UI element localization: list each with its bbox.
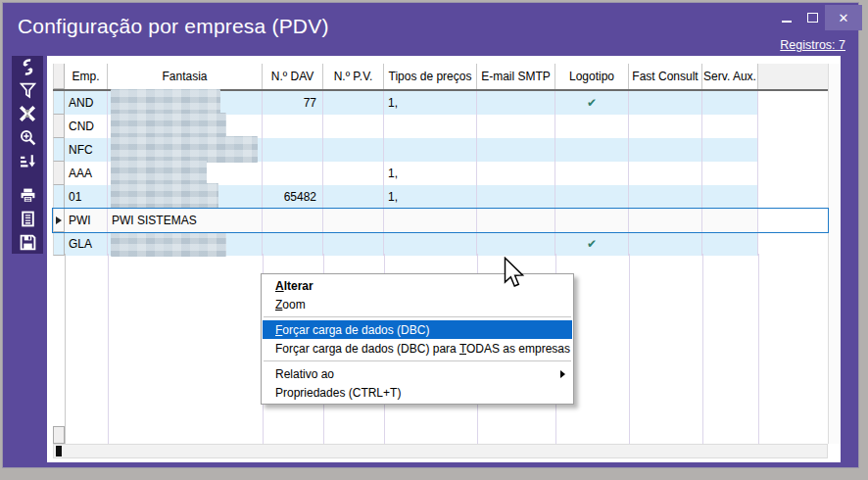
cell-fast-consult [629, 162, 702, 185]
cell-tipos-precos [384, 115, 477, 138]
print-icon-button[interactable] [16, 184, 39, 208]
column-header-4[interactable]: N.º P.V. [323, 64, 384, 89]
cell-fantasia [108, 138, 263, 162]
horizontal-scrollbar-thumb[interactable] [56, 446, 62, 456]
cell-tipos-precos [384, 138, 477, 162]
cell-filler [758, 232, 828, 256]
column-header-8[interactable]: Fast Consult [629, 64, 702, 89]
menu-item-label: Propriedades (CTRL+T) [275, 386, 401, 400]
column-header-5[interactable]: Tipos de preços [384, 64, 477, 89]
cell-serv-aux [702, 185, 758, 209]
menu-item-1[interactable]: Zoom [262, 295, 573, 313]
cell-fantasia [108, 115, 263, 138]
save-icon [20, 234, 36, 251]
save-icon-button[interactable] [16, 230, 39, 254]
menu-separator [264, 316, 571, 317]
window-title: Configuração por empresa (PDV) [18, 15, 329, 38]
cell-tipos-precos: 1, [384, 91, 477, 115]
cell-emp: AND [65, 91, 108, 115]
cell-tipos-precos [384, 232, 477, 256]
report-icon [20, 211, 36, 227]
minimize-button[interactable] [774, 5, 799, 30]
column-header-7[interactable]: Logotipo [555, 64, 629, 89]
content-area: Emp.FantasiaN.º DAVN.º P.V.Tipos de preç… [47, 56, 841, 462]
table-row-01[interactable]: 01654821, [53, 185, 828, 209]
refresh-icon [20, 59, 36, 75]
table-row-AND[interactable]: AND771,✔ [53, 91, 828, 115]
print-icon [20, 187, 36, 204]
censored-text-block [111, 183, 218, 210]
censored-text-block [111, 89, 220, 116]
checkmark-icon: ✔ [587, 237, 597, 251]
cell-logotipo [555, 209, 629, 232]
cell-logotipo [555, 162, 629, 185]
menu-item-0[interactable]: Alterar [262, 276, 573, 295]
table-row-GLA[interactable]: GLA✔ [53, 232, 828, 256]
close-button[interactable]: ✕ [825, 5, 862, 30]
cell-logotipo: ✔ [555, 91, 629, 115]
cell-fantasia [108, 185, 263, 209]
censored-text-block [111, 136, 258, 163]
table-row-CND[interactable]: CND [53, 115, 828, 138]
cell-fast-consult [629, 232, 702, 256]
cell-n-dav [263, 209, 323, 232]
cell-fantasia: PWI SISTEMAS [108, 209, 263, 232]
menu-item-label: Relativo ao [275, 367, 334, 381]
cell-fast-consult [629, 185, 702, 209]
maximize-icon [807, 13, 818, 23]
censored-text-block [111, 160, 207, 186]
cell-emp: GLA [65, 232, 108, 256]
cell-n-dav [263, 162, 323, 185]
grid-column-line [629, 254, 630, 444]
cell-fast-consult [629, 91, 702, 115]
cell-logotipo [555, 115, 629, 138]
filter-icon-button[interactable] [16, 79, 39, 103]
table-row-AAA[interactable]: AAA1, [53, 162, 828, 185]
horizontal-scrollbar[interactable] [53, 444, 828, 458]
cell-emp: CND [65, 115, 108, 138]
app-screenshot: Configuração por empresa (PDV) ✕ Registr… [0, 0, 868, 480]
cell-n-pv [323, 232, 384, 256]
cell-serv-aux [702, 138, 758, 162]
cell-emp: AAA [65, 162, 108, 185]
cell-n-dav [263, 115, 323, 138]
column-header-2[interactable]: Fantasia [108, 64, 263, 89]
cell-email-smtp [477, 162, 555, 185]
cell-n-dav [263, 138, 323, 162]
cell-tipos-precos [384, 209, 477, 232]
grid-header-row: Emp.FantasiaN.º DAVN.º P.V.Tipos de preç… [53, 64, 828, 91]
zoom-icon-button[interactable] [16, 125, 39, 149]
menu-item-4[interactable]: Forçar carga de dados (DBC) para TODAS a… [262, 339, 573, 358]
cell-n-dav: 65482 [263, 185, 323, 209]
maximize-button[interactable] [799, 5, 825, 30]
cell-email-smtp [477, 185, 555, 209]
refresh-icon-button[interactable] [16, 56, 39, 79]
sort-icon-button[interactable] [16, 149, 39, 172]
column-header-6[interactable]: E-mail SMTP [477, 64, 555, 89]
cell-fast-consult [629, 209, 702, 232]
table-row-PWI[interactable]: PWIPWI SISTEMAS [53, 209, 828, 232]
close-icon: ✕ [839, 12, 849, 24]
column-header-9[interactable]: Serv. Aux. [702, 64, 758, 89]
checkmark-icon: ✔ [587, 96, 597, 110]
cell-serv-aux [702, 232, 758, 256]
cell-email-smtp [477, 209, 555, 232]
registros-link[interactable]: Registros: 7 [780, 38, 845, 52]
menu-item-label: Zoom [275, 298, 306, 312]
menu-item-6[interactable]: Relativo ao [262, 364, 573, 383]
menu-item-3[interactable]: Forçar carga de dados (DBC) [263, 320, 572, 339]
vertical-scrollbar[interactable] [828, 64, 841, 444]
censored-text-block [111, 230, 226, 257]
sort-icon [20, 152, 36, 168]
cell-n-pv [323, 209, 384, 232]
column-header-3[interactable]: N.º DAV [263, 64, 323, 89]
report-icon-button[interactable] [16, 208, 39, 231]
table-row-NFC[interactable]: NFC [53, 138, 828, 162]
cell-filler [758, 138, 828, 162]
cancel-icon-button[interactable] [16, 103, 39, 126]
cell-serv-aux [702, 91, 758, 115]
app-window: Configuração por empresa (PDV) ✕ Registr… [2, 2, 859, 468]
menu-item-7[interactable]: Propriedades (CTRL+T) [262, 383, 573, 402]
grid-column-line [65, 254, 66, 444]
column-header-1[interactable]: Emp. [65, 64, 108, 89]
